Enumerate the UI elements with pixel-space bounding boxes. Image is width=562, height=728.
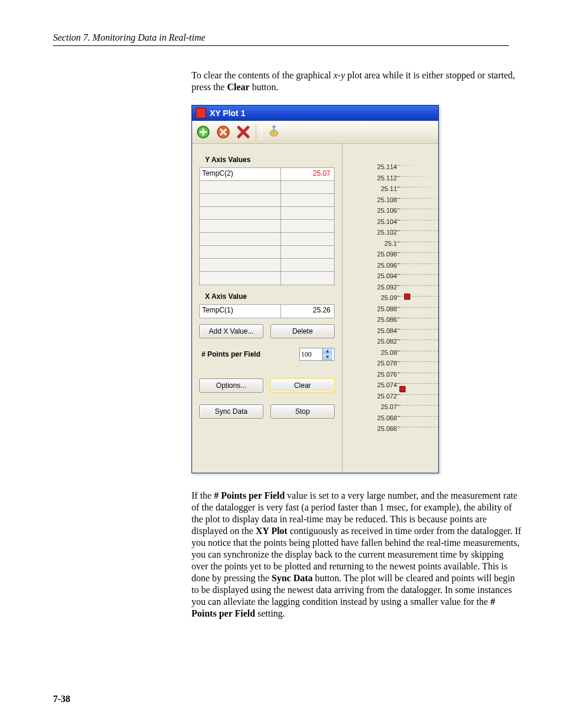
points-per-field-spinner[interactable]: ▲ ▼ bbox=[299, 348, 335, 361]
text: If the bbox=[191, 490, 214, 500]
page-number: 7-38 bbox=[53, 694, 70, 704]
plot-canvas bbox=[397, 144, 438, 473]
spin-up-icon[interactable]: ▲ bbox=[323, 348, 332, 354]
window-icon bbox=[196, 108, 206, 118]
clear-button[interactable]: Clear bbox=[270, 378, 335, 393]
window-title: XY Plot 1 bbox=[210, 108, 245, 118]
sync-data-button[interactable]: Sync Data bbox=[199, 404, 263, 419]
lock-button[interactable] bbox=[265, 123, 283, 141]
title-bar[interactable]: XY Plot 1 bbox=[192, 106, 438, 121]
text-bold: # Points per Field bbox=[214, 490, 285, 500]
stop-button[interactable]: Stop bbox=[270, 404, 335, 419]
add-button[interactable] bbox=[194, 123, 212, 141]
xy-plot-window: XY Plot 1 Y Axis Values bbox=[191, 105, 439, 473]
points-per-field-label: # Points per Field bbox=[199, 350, 299, 358]
text-italic: x-y bbox=[333, 70, 345, 80]
toolbar-separator bbox=[256, 123, 262, 141]
svg-point-6 bbox=[273, 126, 276, 129]
text: button. bbox=[250, 82, 279, 92]
remove-button[interactable] bbox=[214, 123, 232, 141]
y-axis-tick-labels: 25.11425.11225.1125.10825.10625.10425.10… bbox=[363, 144, 397, 473]
add-x-value-button[interactable]: Add X Value... bbox=[199, 324, 263, 338]
x-axis-heading: X Axis Value bbox=[205, 292, 335, 301]
delete-value-button[interactable]: Delete bbox=[270, 324, 335, 338]
text: setting. bbox=[255, 608, 285, 618]
options-button[interactable]: Options... bbox=[199, 378, 263, 393]
y-axis-heading: Y Axis Values bbox=[205, 156, 335, 164]
text-bold: Sync Data bbox=[272, 573, 313, 583]
toolbar bbox=[192, 121, 438, 144]
control-panel: Y Axis Values TempC(2)25.07.............… bbox=[192, 144, 343, 473]
pin-icon bbox=[266, 124, 282, 140]
cancel-icon bbox=[216, 124, 231, 140]
spin-down-icon[interactable]: ▼ bbox=[323, 354, 332, 360]
intro-paragraph: To clear the contents of the graphical x… bbox=[191, 70, 521, 93]
points-per-field-input[interactable] bbox=[300, 348, 322, 360]
plus-icon bbox=[196, 124, 211, 140]
explanation-paragraph: If the # Points per Field value is set t… bbox=[191, 490, 521, 620]
text-bold: Clear bbox=[227, 82, 249, 92]
delete-button[interactable] bbox=[234, 123, 252, 141]
text-bold: XY Plot bbox=[256, 526, 287, 536]
text: To clear the contents of the graphical bbox=[191, 70, 333, 80]
x-axis-grid[interactable]: TempC(1)25.26 bbox=[199, 304, 335, 318]
plot-area: 25.11425.11225.1125.10825.10625.10425.10… bbox=[343, 144, 438, 473]
svg-rect-2 bbox=[200, 131, 207, 133]
y-axis-grid[interactable]: TempC(2)25.07................ bbox=[199, 167, 335, 285]
running-header: Section 7. Monitoring Data in Real-time bbox=[53, 32, 509, 46]
x-icon bbox=[236, 124, 251, 140]
